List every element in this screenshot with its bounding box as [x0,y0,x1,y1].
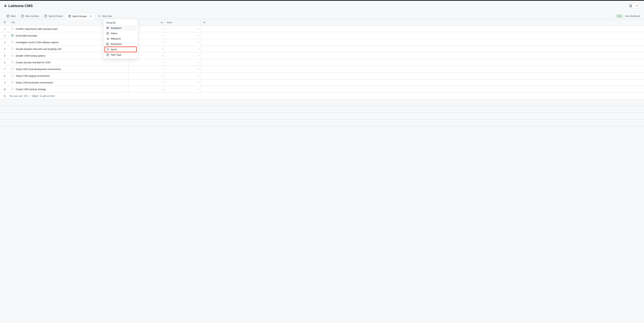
tab-dropdown-toggle[interactable] [89,15,92,17]
row-title-cell[interactable]: Setup CSM production environment [10,79,128,86]
table-row[interactable]: 10Create CMS backup strategy▾▾ [0,86,644,93]
group-by-assignees[interactable]: Assignees [105,25,136,31]
dropdown-item-label: Assignees [111,27,122,29]
dropdown-item-label: Milestone [111,37,121,40]
row-title-text: Setup CMS local development environment [16,68,61,70]
filter-button[interactable] [0,19,10,25]
chevron-down-icon: ▾ [162,55,163,57]
tab-sprints-board[interactable]: Sprints Board [42,13,66,19]
add-row-suffix: to add an item [40,95,55,97]
more-button[interactable] [634,3,640,8]
group-by-sprint[interactable]: Sprint [104,46,137,52]
project-title: Laimuna CMS [8,4,33,8]
row-assignees-cell[interactable]: ▾ [128,72,165,79]
row-status-cell[interactable]: ▾ [165,32,201,39]
svg-rect-0 [630,5,632,7]
group-by-milestone[interactable]: Milestone [105,36,136,41]
svg-rect-11 [44,15,47,17]
svg-point-3 [636,6,637,6]
chevron-down-icon: ▾ [198,82,199,83]
chevron-down-icon: ▾ [198,68,199,70]
svg-point-27 [12,48,14,50]
dropdown-item-label: Repository [111,43,122,45]
row-title-text: Investigate current CSM software options [16,41,59,44]
row-number: 8 [0,72,10,79]
row-status-cell[interactable]: ▾ [165,66,201,72]
svg-rect-22 [107,54,109,56]
row-title-text: Create security checklist for CMS [16,61,50,64]
add-row-prefix: You can use [10,95,22,97]
table-row[interactable]: 7Setup CMS local development environment… [0,66,644,72]
row-title-text: [cms] Add monorepo [16,34,37,37]
row-status-cell[interactable]: ▾ [165,72,201,79]
row-status-cell[interactable]: ▾ [165,26,201,32]
row-status-cell[interactable]: ▾ [165,39,201,45]
svg-point-30 [12,68,14,70]
project-header: Laimuna CMS [0,1,644,8]
row-status-cell[interactable]: ▾ [165,46,201,52]
chevron-down-icon: ▾ [198,48,199,50]
new-view-label: New view [102,15,112,17]
svg-point-23 [12,28,14,30]
group-by-task-type[interactable]: Task Type [105,52,136,57]
add-column-button[interactable] [201,19,208,25]
insights-button[interactable] [628,3,634,8]
group-by-repository[interactable]: Repository [105,41,136,47]
draft-issue-icon [11,61,14,64]
table-row[interactable]: 6Create security checklist for CMS▾▾ [0,59,644,66]
tab-main[interactable]: Main [4,13,18,19]
svg-point-25 [12,35,13,36]
row-title-cell[interactable]: Setup CMS local development environment [10,66,128,72]
group-by-dropdown: Group By Assignees Status Milestone Repo… [103,19,138,59]
dropdown-item-label: Sprint [111,48,117,51]
row-status-cell[interactable]: ▾ [165,86,201,92]
row-number: 3 [0,39,10,45]
row-status-cell[interactable]: ▾ [165,59,201,66]
give-feedback-link[interactable]: Give feedback [625,15,640,17]
table-row[interactable]: 1Confirm requirments with business team▾… [0,26,644,32]
column-header-label: Status [167,21,172,24]
chevron-down-icon: ▾ [198,28,199,30]
row-status-cell[interactable]: ▾ [165,79,201,86]
empty-area [0,99,644,126]
row-assignees-cell[interactable]: ▾ [128,66,165,72]
row-title-cell[interactable]: Create security checklist for CMS [10,59,128,66]
row-assignees-cell[interactable]: ▾ [128,86,165,92]
chevron-down-icon: ▾ [198,75,199,77]
draft-issue-icon [11,88,14,91]
row-number: 5 [0,52,10,59]
svg-point-29 [12,61,14,63]
add-row-plus: + [29,95,30,97]
tab-sprint-groups[interactable]: Sprint Groups [66,13,95,19]
row-number: 2 [0,32,10,39]
svg-point-31 [12,74,14,77]
draft-issue-icon [11,81,14,84]
add-item-row[interactable]: You can use Ctrl + Space to add an item [0,93,644,99]
svg-rect-5 [7,15,9,17]
row-title-text: Setup CSM staging environment [16,74,50,77]
chevron-down-icon: ▾ [198,55,199,57]
row-title-cell[interactable]: Create CMS backup strategy [10,86,128,92]
chevron-down-icon: ▾ [162,61,163,63]
row-number: 6 [0,59,10,66]
table-row[interactable]: 4Decide between Rest API and GraphQL API… [0,46,644,52]
chevron-down-icon: ▾ [198,41,199,43]
table-row[interactable]: 5Decide CSM hosting options▾▾ [0,52,644,59]
row-title-text: Setup CSM production environment [16,81,53,84]
table-row[interactable]: 9Setup CSM production environment▾▾ [0,79,644,86]
tab-label: Main [11,15,16,17]
column-header-status[interactable]: Status [165,19,201,25]
tab-main-kanban[interactable]: Main Kanban [18,13,42,19]
row-title-cell[interactable]: Setup CSM staging environment [10,72,128,79]
new-view-button[interactable]: New view [95,13,115,19]
table-row[interactable]: 2[cms] Add monorepo▾▾ [0,32,644,39]
table-row[interactable]: 3Investigate current CSM software option… [0,39,644,46]
table-row[interactable]: 8Setup CSM staging environment▾▾ [0,72,644,79]
row-status-cell[interactable]: ▾ [165,52,201,59]
tab-label: Sprints Board [48,15,63,17]
group-by-status[interactable]: Status [105,31,136,36]
kbd-space: Space [31,94,39,97]
row-assignees-cell[interactable]: ▾ [128,79,165,86]
row-assignees-cell[interactable]: ▾ [128,59,165,66]
svg-point-18 [108,27,108,28]
